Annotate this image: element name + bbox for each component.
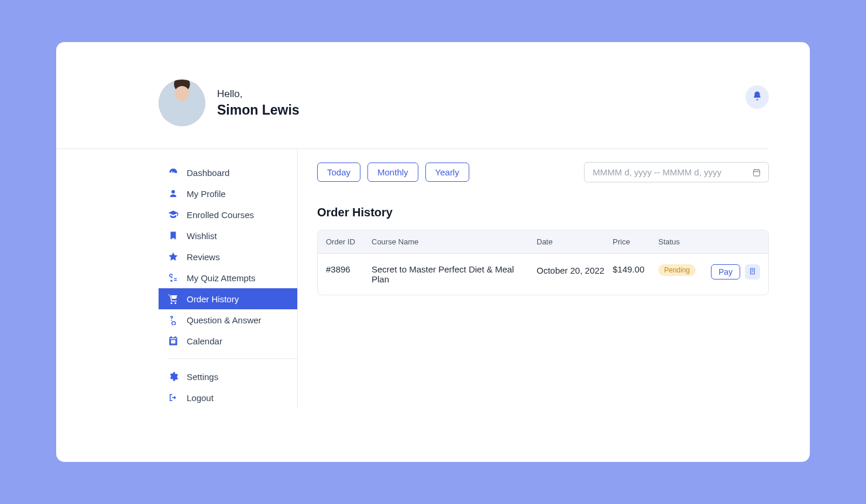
bell-icon xyxy=(752,91,762,103)
cell-order-id: #3896 xyxy=(326,264,372,274)
user-name: Simon Lewis xyxy=(217,102,300,118)
calendar-icon xyxy=(752,168,761,177)
sidebar-item-calendar[interactable]: Calendar xyxy=(159,330,297,351)
sidebar-item-label: Order History xyxy=(187,294,239,304)
sidebar-item-label: Question & Answer xyxy=(187,315,262,325)
sidebar-item-label: Calendar xyxy=(187,336,222,346)
sidebar-item-profile[interactable]: My Profile xyxy=(159,183,297,204)
svg-rect-0 xyxy=(754,170,760,176)
th-course-name: Course Name xyxy=(372,237,537,246)
cell-course-name: Secret to Master Perfect Diet & Meal Pla… xyxy=(372,264,537,284)
sidebar-item-label: Enrolled Courses xyxy=(187,210,254,220)
th-order-id: Order ID xyxy=(326,237,372,246)
receipt-icon xyxy=(748,267,757,277)
logout-icon xyxy=(168,392,178,403)
sidebar-item-label: Wishlist xyxy=(187,231,217,241)
sidebar-item-logout[interactable]: Logout xyxy=(159,387,297,408)
bookmark-icon xyxy=(168,230,178,241)
sidebar-item-label: Reviews xyxy=(187,252,220,262)
date-range-placeholder: MMMM d, yyyy -- MMMM d, yyyy xyxy=(593,167,721,177)
sidebar-item-settings[interactable]: Settings xyxy=(159,366,297,387)
cart-icon xyxy=(168,294,178,304)
notifications-button[interactable] xyxy=(745,85,769,109)
sidebar-item-wishlist[interactable]: Wishlist xyxy=(159,225,297,246)
th-status: Status xyxy=(658,237,709,246)
row-action-button[interactable] xyxy=(745,264,760,279)
sidebar-item-label: Settings xyxy=(187,372,218,382)
sidebar-item-qa[interactable]: Question & Answer xyxy=(159,309,297,330)
sidebar-divider xyxy=(168,358,297,359)
order-history-table: Order ID Course Name Date Price Status #… xyxy=(317,230,769,295)
date-range-input[interactable]: MMMM d, yyyy -- MMMM d, yyyy xyxy=(584,162,769,182)
cell-date: October 20, 2022 xyxy=(537,264,613,277)
th-date: Date xyxy=(537,237,613,246)
sidebar-item-enrolled-courses[interactable]: Enrolled Courses xyxy=(159,204,297,225)
user-icon xyxy=(168,188,178,199)
table-row: #3896 Secret to Master Perfect Diet & Me… xyxy=(318,253,768,295)
sidebar-item-dashboard[interactable]: Dashboard xyxy=(159,162,297,183)
sidebar-item-label: My Quiz Attempts xyxy=(187,273,256,283)
calendar-icon xyxy=(168,336,178,346)
sidebar-item-label: Logout xyxy=(187,393,214,403)
star-icon xyxy=(168,251,178,262)
page-title: Order History xyxy=(317,206,769,219)
sidebar-item-label: My Profile xyxy=(187,189,226,199)
sidebar-item-reviews[interactable]: Reviews xyxy=(159,246,297,267)
qa-icon xyxy=(168,315,178,325)
greeting-text: Hello, xyxy=(217,88,300,100)
sidebar-item-label: Dashboard xyxy=(187,168,229,178)
quiz-icon xyxy=(168,272,178,283)
status-badge: Pending xyxy=(658,264,696,276)
pay-button[interactable]: Pay xyxy=(711,264,740,279)
filter-monthly-button[interactable]: Monthly xyxy=(367,163,418,182)
sidebar-item-order-history[interactable]: Order History xyxy=(159,288,297,309)
filter-yearly-button[interactable]: Yearly xyxy=(425,163,469,182)
dashboard-icon xyxy=(168,167,178,178)
gear-icon xyxy=(168,371,178,382)
graduation-icon xyxy=(168,209,178,220)
cell-price: $149.00 xyxy=(613,264,658,274)
avatar xyxy=(159,80,205,126)
sidebar-item-quiz-attempts[interactable]: My Quiz Attempts xyxy=(159,267,297,288)
filter-today-button[interactable]: Today xyxy=(317,163,360,182)
th-price: Price xyxy=(613,237,658,246)
